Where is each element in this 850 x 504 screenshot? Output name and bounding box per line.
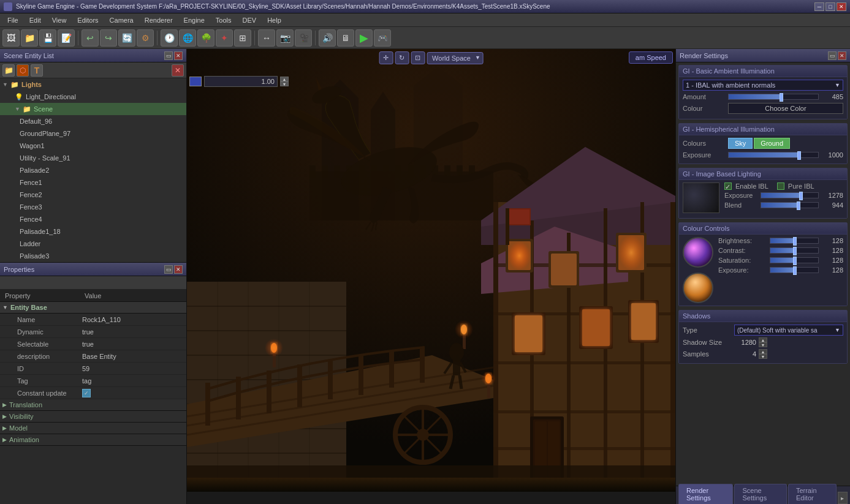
entity-delete[interactable]: ⬡ xyxy=(17,64,29,77)
prop-section-translation[interactable]: ▶ Translation xyxy=(0,399,186,411)
gi-basic-colour-btn[interactable]: Choose Color xyxy=(728,103,843,114)
toolbar-play[interactable]: ▶ xyxy=(355,29,373,47)
vp-rotate-btn[interactable]: ↻ xyxy=(395,51,409,64)
menu-renderer[interactable]: Renderer xyxy=(140,15,178,25)
toolbar-new[interactable]: 🖼 xyxy=(2,29,20,47)
render-settings-restore[interactable]: ▭ xyxy=(828,51,837,60)
toolbar-particles[interactable]: ✦ xyxy=(216,29,233,47)
toolbar-folder[interactable]: 📁 xyxy=(21,29,38,47)
gi-ibl-exposure-slider[interactable] xyxy=(761,192,819,198)
entity-groundplane[interactable]: GroundPlane_97 xyxy=(0,127,186,140)
toolbar-grid[interactable]: ⊞ xyxy=(234,29,251,47)
prop-section-model[interactable]: ▶ Model xyxy=(0,423,186,434)
scene-viewport[interactable] xyxy=(187,49,675,504)
entity-wagon1[interactable]: Wagon1 xyxy=(0,140,186,152)
viewport[interactable]: ✛ ↻ ⊡ World Space ▼ am Speed 1.00 ▲ ▼ xyxy=(187,49,675,504)
brightness-slider[interactable] xyxy=(770,238,819,244)
render-settings-close[interactable]: ✕ xyxy=(838,51,846,60)
ibl-pure-checkbox[interactable] xyxy=(777,182,784,190)
close-button[interactable]: ✕ xyxy=(837,2,846,11)
properties-restore[interactable]: ▭ xyxy=(164,265,173,274)
color-spin-down[interactable]: ▼ xyxy=(280,81,289,86)
vp-space-dropdown[interactable]: World Space ▼ xyxy=(427,52,484,64)
toolbar-undo[interactable]: ↩ xyxy=(82,29,99,47)
maximize-button[interactable]: □ xyxy=(825,2,835,11)
entity-palisade1-18[interactable]: Palisade1_18 xyxy=(0,225,186,238)
entity-fence2[interactable]: Fence2 xyxy=(0,189,186,201)
entity-default96[interactable]: Default_96 xyxy=(0,115,186,127)
minimize-button[interactable]: ─ xyxy=(814,2,824,11)
color-swatch[interactable] xyxy=(189,77,202,86)
toolbar-globe[interactable]: 🌐 xyxy=(179,29,196,47)
color-spin-up[interactable]: ▲ xyxy=(280,77,289,81)
entity-ladder[interactable]: Ladder xyxy=(0,238,186,250)
prop-val-dynamic[interactable]: true xyxy=(80,328,186,336)
tab-render-settings[interactable]: Render Settings xyxy=(678,484,733,504)
toolbar-build[interactable]: ⚙ xyxy=(137,29,154,47)
scene-entity-restore[interactable]: ▭ xyxy=(164,51,173,60)
gi-basic-amount-thumb[interactable] xyxy=(780,93,783,102)
shadow-type-select[interactable]: (Default) Soft with variable sa ▼ xyxy=(734,325,843,336)
tab-scene-settings[interactable]: Scene Settings xyxy=(734,484,787,504)
toolbar-move[interactable]: ↔ xyxy=(258,29,275,47)
prop-val-description[interactable]: Base Entity xyxy=(80,353,186,360)
cc-exposure-slider[interactable] xyxy=(770,267,819,273)
gi-ibl-blend-thumb[interactable] xyxy=(797,201,800,210)
prop-section-visibility[interactable]: ▶ Visibility xyxy=(0,411,186,423)
gi-basic-amount-slider[interactable] xyxy=(728,94,819,100)
entity-scene[interactable]: ▼ 📁 Scene xyxy=(0,103,186,115)
cc-exposure-thumb[interactable] xyxy=(793,266,797,275)
toolbar-tree[interactable]: 🌳 xyxy=(197,29,214,47)
samples-down[interactable]: ▼ xyxy=(759,354,767,359)
constant-update-checkbox[interactable]: ✓ xyxy=(82,389,91,397)
gi-ibl-blend-slider[interactable] xyxy=(761,202,819,208)
entity-palisade3[interactable]: Palisade3 xyxy=(0,250,186,262)
prop-val-id[interactable]: 59 xyxy=(80,365,186,372)
gi-hemi-exposure-thumb[interactable] xyxy=(797,151,801,160)
toolbar-refresh[interactable]: 🔄 xyxy=(118,29,135,47)
colour-globe[interactable] xyxy=(683,237,713,268)
toolbar-camera2[interactable]: 🎥 xyxy=(295,29,312,47)
entity-new-folder[interactable]: 📁 xyxy=(2,64,15,77)
contrast-thumb[interactable] xyxy=(793,247,797,255)
menu-view[interactable]: View xyxy=(47,15,72,25)
menu-help[interactable]: Help xyxy=(262,15,286,25)
toolbar-gamepad[interactable]: 🎮 xyxy=(374,29,391,47)
gi-ibl-exposure-thumb[interactable] xyxy=(799,192,803,200)
properties-close[interactable]: ✕ xyxy=(174,265,183,274)
toolbar-save[interactable]: 💾 xyxy=(39,29,56,47)
hemi-sky-btn[interactable]: Sky xyxy=(728,138,753,149)
toolbar-clock[interactable]: 🕐 xyxy=(161,29,178,47)
vp-move-btn[interactable]: ✛ xyxy=(379,51,393,64)
tab-terrain-editor[interactable]: Terrain Editor xyxy=(788,484,837,504)
entity-light-directional[interactable]: 💡 Light_Directional xyxy=(0,91,186,103)
menu-camera[interactable]: Camera xyxy=(105,15,139,25)
vp-scale-btn[interactable]: ⊡ xyxy=(411,51,425,64)
prop-val-name[interactable]: Rock1A_110 xyxy=(80,316,186,323)
hemi-ground-btn[interactable]: Ground xyxy=(754,138,790,149)
entity-folder-lights[interactable]: ▼ 📁 Lights xyxy=(0,78,186,91)
samples-up[interactable]: ▲ xyxy=(759,349,767,354)
toolbar-audio[interactable]: 🔊 xyxy=(319,29,336,47)
brightness-thumb[interactable] xyxy=(793,237,797,246)
entity-fence3[interactable]: Fence3 xyxy=(0,201,186,213)
prop-section-animation[interactable]: ▶ Animation xyxy=(0,434,186,446)
gi-hemi-exposure-slider[interactable] xyxy=(728,152,819,158)
menu-dev[interactable]: DEV xyxy=(238,15,262,25)
toolbar-screenshot[interactable]: 📷 xyxy=(276,29,294,47)
toolbar-monitor[interactable]: 🖥 xyxy=(337,29,354,47)
prop-val-selectable[interactable]: true xyxy=(80,340,186,348)
panel-expand-btn[interactable]: ▸ xyxy=(838,492,848,504)
menu-editors[interactable]: Editors xyxy=(72,15,103,25)
entity-label[interactable]: T xyxy=(31,64,43,77)
entity-fence1[interactable]: Fence1 xyxy=(0,176,186,189)
entity-remove[interactable]: ✕ xyxy=(172,64,184,77)
prop-val-tag[interactable]: tag xyxy=(80,377,186,385)
colour-lens[interactable] xyxy=(683,273,713,303)
toolbar-redo[interactable]: ↪ xyxy=(100,29,117,47)
shadow-size-down[interactable]: ▼ xyxy=(759,342,767,347)
gi-basic-preset-select[interactable]: 1 - IBAL with ambient normals ▼ xyxy=(683,80,843,91)
shadow-size-up[interactable]: ▲ xyxy=(759,337,767,342)
scene-entity-close[interactable]: ✕ xyxy=(174,51,183,60)
contrast-slider[interactable] xyxy=(770,247,819,254)
